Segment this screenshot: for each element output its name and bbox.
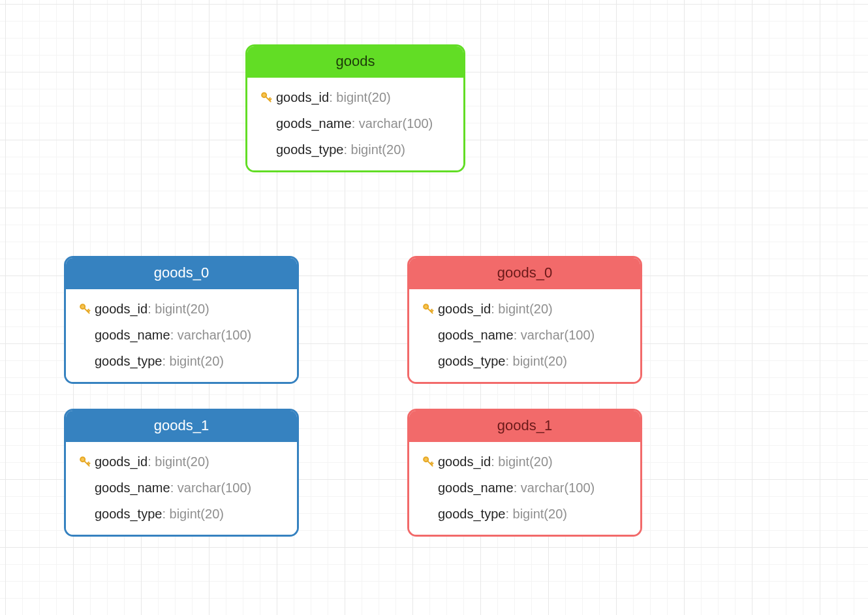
table-column[interactable]: goods_name: varchar(100) — [409, 475, 640, 501]
column-name: goods_type — [95, 507, 162, 521]
column-type: bigint(20) — [155, 454, 209, 469]
column-type: bigint(20) — [498, 302, 552, 316]
column-name: goods_id — [438, 454, 491, 469]
table-column[interactable]: goods_name: varchar(100) — [409, 322, 640, 348]
column-name: goods_type — [276, 142, 343, 157]
column-type: varchar(100) — [178, 328, 251, 342]
column-name: goods_id — [438, 302, 491, 316]
table-columns: goods_id: bigint(20) goods_name: varchar… — [66, 442, 297, 535]
table-column[interactable]: goods_id: bigint(20) — [66, 296, 297, 322]
column-name: goods_id — [95, 302, 147, 316]
column-type: varchar(100) — [359, 116, 433, 131]
table-column[interactable]: goods_type: bigint(20) — [247, 136, 463, 163]
table-column[interactable]: goods_id: bigint(20) — [409, 449, 640, 475]
table-column[interactable]: goods_id: bigint(20) — [66, 449, 297, 475]
column-name: goods_name — [95, 328, 170, 342]
table-column[interactable]: goods_name: varchar(100) — [66, 475, 297, 501]
column-name: goods_type — [438, 354, 505, 368]
column-type: varchar(100) — [521, 328, 595, 342]
table-column[interactable]: goods_type: bigint(20) — [409, 348, 640, 374]
column-name: goods_name — [438, 328, 514, 342]
primary-key-icon — [260, 91, 273, 104]
table-goods[interactable]: goods goods_id: bigint(20) goods_name: v… — [245, 44, 465, 172]
primary-key-icon — [78, 455, 91, 468]
table-column[interactable]: goods_type: bigint(20) — [66, 348, 297, 374]
table-column[interactable]: goods_id: bigint(20) — [247, 84, 463, 110]
table-goods-0-blue[interactable]: goods_0 goods_id: bigint(20) goods_name:… — [64, 256, 299, 384]
column-name: goods_name — [438, 481, 514, 495]
table-goods-1-blue[interactable]: goods_1 goods_id: bigint(20) goods_name:… — [64, 409, 299, 537]
table-columns: goods_id: bigint(20) goods_name: varchar… — [409, 442, 640, 535]
column-type: bigint(20) — [513, 354, 567, 368]
table-title: goods_0 — [66, 258, 297, 289]
table-goods-1-red[interactable]: goods_1 goods_id: bigint(20) goods_name:… — [407, 409, 642, 537]
table-column[interactable]: goods_name: varchar(100) — [247, 110, 463, 136]
table-goods-0-red[interactable]: goods_0 goods_id: bigint(20) goods_name:… — [407, 256, 642, 384]
column-name: goods_type — [438, 507, 505, 521]
table-title: goods_0 — [409, 258, 640, 289]
column-type: bigint(20) — [336, 90, 390, 104]
table-column[interactable]: goods_type: bigint(20) — [66, 501, 297, 527]
table-title: goods_1 — [66, 411, 297, 442]
table-title: goods — [247, 46, 463, 78]
column-type: bigint(20) — [498, 454, 552, 469]
table-columns: goods_id: bigint(20) goods_name: varchar… — [66, 289, 297, 382]
table-column[interactable]: goods_id: bigint(20) — [409, 296, 640, 322]
column-type: varchar(100) — [178, 481, 251, 495]
primary-key-icon — [422, 455, 435, 468]
diagram-canvas[interactable]: goods goods_id: bigint(20) goods_name: v… — [0, 0, 868, 615]
table-columns: goods_id: bigint(20) goods_name: varchar… — [409, 289, 640, 382]
column-name: goods_name — [95, 481, 170, 495]
table-column[interactable]: goods_type: bigint(20) — [409, 501, 640, 527]
table-title: goods_1 — [409, 411, 640, 442]
primary-key-icon — [78, 302, 91, 315]
column-name: goods_name — [276, 116, 352, 131]
primary-key-icon — [422, 302, 435, 315]
column-name: goods_type — [95, 354, 162, 368]
column-type: varchar(100) — [521, 481, 595, 495]
table-columns: goods_id: bigint(20) goods_name: varchar… — [247, 78, 463, 170]
column-type: bigint(20) — [351, 142, 405, 157]
column-type: bigint(20) — [170, 354, 224, 368]
column-name: goods_id — [276, 90, 329, 104]
column-type: bigint(20) — [513, 507, 567, 521]
column-type: bigint(20) — [155, 302, 209, 316]
table-column[interactable]: goods_name: varchar(100) — [66, 322, 297, 348]
column-name: goods_id — [95, 454, 147, 469]
column-type: bigint(20) — [170, 507, 224, 521]
